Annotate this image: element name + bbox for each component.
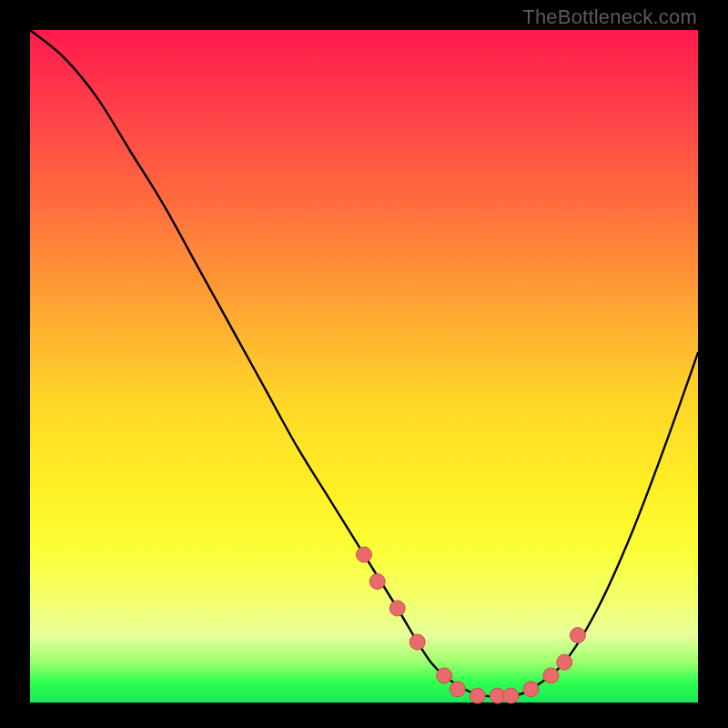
watermark-text: TheBottleneck.com [522,5,697,29]
highlighted-point [523,682,539,697]
highlighted-point [389,601,405,616]
highlighted-point [410,634,425,650]
highlighted-point [557,654,572,670]
chart-frame: TheBottleneck.com [0,0,728,728]
highlighted-point [470,688,485,703]
highlighted-point [570,628,585,643]
bottleneck-curve-path [30,30,698,697]
highlighted-points-group [357,547,586,703]
highlighted-point [437,668,452,683]
bottleneck-chart-svg [30,30,698,703]
highlighted-point [503,688,519,703]
highlighted-point [369,574,385,590]
highlighted-point [450,682,465,697]
highlighted-point [543,668,559,683]
highlighted-point [357,547,372,562]
